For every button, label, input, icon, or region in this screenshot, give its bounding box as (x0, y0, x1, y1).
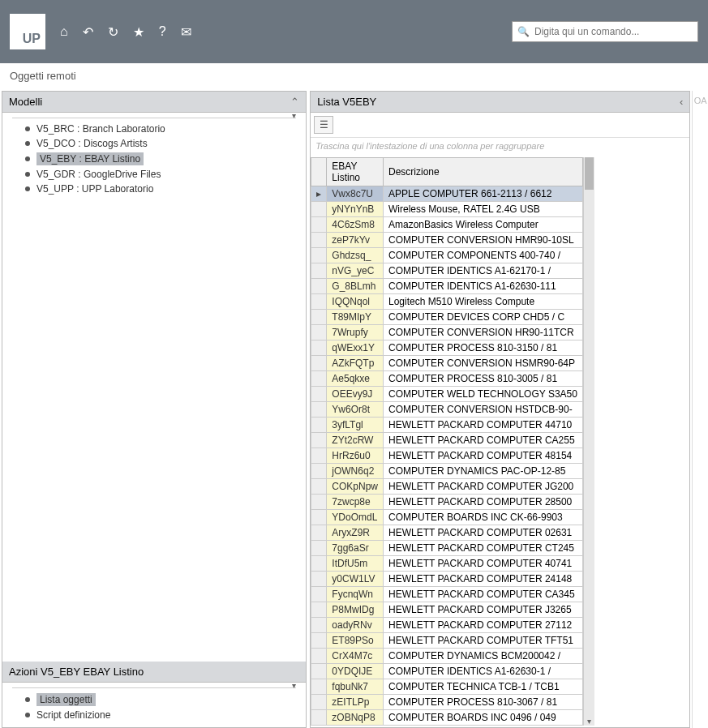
star-icon[interactable]: ★ (133, 24, 144, 40)
cell-desc[interactable]: COMPUTER BOARDS INC 0496 / 049 (383, 710, 582, 726)
cell-desc[interactable]: COMPUTER DYNAMICS BCM200042 / (383, 649, 582, 664)
cell-id[interactable]: 7zwcp8e (327, 495, 384, 510)
cell-desc[interactable]: HEWLETT PACKARD COMPUTER TFT51 (383, 633, 582, 649)
table-row[interactable]: zEITLPpCOMPUTER PROCESS 810-3067 / 81 (311, 695, 583, 710)
cell-id[interactable]: zEITLPp (327, 695, 384, 710)
cell-desc[interactable]: COMPUTER IDENTICS A1-62630-1 / (383, 664, 582, 679)
cell-desc[interactable]: COMPUTER PROCESS 810-3067 / 81 (383, 695, 582, 710)
table-row[interactable]: G_8BLmhCOMPUTER IDENTICS A1-62630-111 (311, 279, 583, 294)
cell-desc[interactable]: COMPUTER CONVERSION HSMR90-64P (383, 356, 582, 371)
table-row[interactable]: 7zwcp8eHEWLETT PACKARD COMPUTER 28500 (311, 495, 583, 510)
azioni-item[interactable]: Lista oggetti (2, 692, 306, 708)
cell-id[interactable]: Vwx8c7U (327, 186, 384, 202)
cell-id[interactable]: T89MIpY (327, 310, 384, 325)
cell-desc[interactable]: HEWLETT PACKARD COMPUTER 24148 (383, 572, 582, 587)
command-input[interactable] (534, 26, 693, 37)
cell-desc[interactable]: COMPUTER CONVERSION HMR90-10SL (383, 233, 582, 248)
cell-desc[interactable]: COMPUTER CONVERSION HSTDCB-90- (383, 402, 582, 418)
cell-desc[interactable]: Wireless Mouse, RATEL 2.4G USB (383, 202, 582, 217)
cell-id[interactable]: COKpNpw (327, 479, 384, 495)
table-row[interactable]: P8MwIDgHEWLETT PACKARD COMPUTER J3265 (311, 602, 583, 618)
cell-id[interactable]: YDoOmdL (327, 510, 384, 525)
cell-desc[interactable]: HEWLETT PACKARD COMPUTER 27112 (383, 618, 582, 633)
cell-desc[interactable]: HEWLETT PACKARD COMPUTER 44710 (383, 418, 582, 433)
cell-id[interactable]: jOWN6q2 (327, 464, 384, 479)
cell-id[interactable]: AryxZ9R (327, 525, 384, 541)
cell-id[interactable]: CrX4M7c (327, 649, 384, 664)
table-row[interactable]: ▸Vwx8c7UAPPLE COMPUTER 661-2113 / 6612 (311, 186, 583, 202)
col-header-desc[interactable]: Descrizione (383, 158, 582, 186)
table-row[interactable]: 0YDQIJECOMPUTER IDENTICS A1-62630-1 / (311, 664, 583, 679)
table-row[interactable]: Ae5qkxeCOMPUTER PROCESS 810-3005 / 81 (311, 371, 583, 387)
table-row[interactable]: 3yfLTglHEWLETT PACKARD COMPUTER 44710 (311, 418, 583, 433)
cell-desc[interactable]: HEWLETT PACKARD COMPUTER 02631 (383, 525, 582, 541)
cell-desc[interactable]: COMPUTER PROCESS 810-3150 / 81 (383, 340, 582, 356)
cell-id[interactable]: AZkFQTp (327, 356, 384, 371)
cell-desc[interactable]: COMPUTER BOARDS INC CK-66-9903 (383, 510, 582, 525)
cell-desc[interactable]: AmazonBasics Wireless Computer (383, 217, 582, 233)
cell-desc[interactable]: HEWLETT PACKARD COMPUTER JG200 (383, 479, 582, 495)
collapse-right-icon[interactable]: ‹ (680, 96, 683, 108)
cell-id[interactable]: nVG_yeC (327, 263, 384, 279)
scroll-thumb[interactable] (585, 157, 594, 190)
table-row[interactable]: yNYnYnBWireless Mouse, RATEL 2.4G USB (311, 202, 583, 217)
cell-desc[interactable]: Logitech M510 Wireless Compute (383, 294, 582, 310)
cell-id[interactable]: qWExx1Y (327, 340, 384, 356)
collapsed-panel[interactable]: OA (692, 91, 708, 728)
modelli-item[interactable]: V5_GDR : GoogleDrive Files (2, 167, 306, 182)
cell-id[interactable]: y0CW1LV (327, 572, 384, 587)
data-grid[interactable]: EBAY Listino Descrizione ▸Vwx8c7UAPPLE C… (311, 157, 583, 726)
cell-id[interactable]: IQQNqol (327, 294, 384, 310)
table-row[interactable]: ET89PSoHEWLETT PACKARD COMPUTER TFT51 (311, 633, 583, 649)
table-row[interactable]: AZkFQTpCOMPUTER CONVERSION HSMR90-64P (311, 356, 583, 371)
cell-id[interactable]: G_8BLmh (327, 279, 384, 294)
home-icon[interactable]: ⌂ (60, 24, 68, 40)
cell-desc[interactable]: HEWLETT PACKARD COMPUTER CT245 (383, 541, 582, 556)
cell-desc[interactable]: COMPUTER COMPONENTS 400-740 / (383, 248, 582, 263)
table-row[interactable]: HrRz6u0HEWLETT PACKARD COMPUTER 48154 (311, 448, 583, 464)
table-row[interactable]: ItDfU5mHEWLETT PACKARD COMPUTER 40741 (311, 556, 583, 572)
table-row[interactable]: 7gg6aSrHEWLETT PACKARD COMPUTER CT245 (311, 541, 583, 556)
table-row[interactable]: ZYt2cRWHEWLETT PACKARD COMPUTER CA255 (311, 433, 583, 448)
cell-desc[interactable]: HEWLETT PACKARD COMPUTER CA255 (383, 433, 582, 448)
cell-id[interactable]: zeP7kYv (327, 233, 384, 248)
collapse-icon[interactable]: ⌃ (290, 96, 299, 108)
table-row[interactable]: zOBNqP8COMPUTER BOARDS INC 0496 / 049 (311, 710, 583, 726)
table-row[interactable]: Ghdzsq_COMPUTER COMPONENTS 400-740 / (311, 248, 583, 263)
cell-desc[interactable]: COMPUTER PROCESS 810-3005 / 81 (383, 371, 582, 387)
cell-desc[interactable]: COMPUTER WELD TECHNOLOGY S3A50 (383, 387, 582, 402)
table-row[interactable]: YDoOmdLCOMPUTER BOARDS INC CK-66-9903 (311, 510, 583, 525)
mail-icon[interactable]: ✉ (181, 24, 191, 40)
table-row[interactable]: 7WrupfyCOMPUTER CONVERSION HR90-11TCR (311, 325, 583, 340)
cell-id[interactable]: ET89PSo (327, 633, 384, 649)
list-view-icon[interactable]: ☰ (314, 116, 333, 134)
cell-id[interactable]: ZYt2cRW (327, 433, 384, 448)
table-row[interactable]: fqbuNk7COMPUTER TECHNICA TCB-1 / TCB1 (311, 679, 583, 695)
cell-desc[interactable]: HEWLETT PACKARD COMPUTER 40741 (383, 556, 582, 572)
undo-icon[interactable]: ↶ (83, 24, 93, 40)
vertical-scrollbar[interactable]: ▴ ▾ (583, 157, 594, 726)
cell-desc[interactable]: COMPUTER IDENTICS A1-62170-1 / (383, 263, 582, 279)
cell-id[interactable]: oadyRNv (327, 618, 384, 633)
azioni-item[interactable]: Script definizione (2, 708, 306, 722)
cell-id[interactable]: ItDfU5m (327, 556, 384, 572)
cell-id[interactable]: FycnqWn (327, 587, 384, 602)
table-row[interactable]: OEEvy9JCOMPUTER WELD TECHNOLOGY S3A50 (311, 387, 583, 402)
table-row[interactable]: oadyRNvHEWLETT PACKARD COMPUTER 27112 (311, 618, 583, 633)
table-row[interactable]: nVG_yeCCOMPUTER IDENTICS A1-62170-1 / (311, 263, 583, 279)
table-row[interactable]: CrX4M7cCOMPUTER DYNAMICS BCM200042 / (311, 649, 583, 664)
redo-icon[interactable]: ↻ (108, 24, 118, 40)
table-row[interactable]: zeP7kYvCOMPUTER CONVERSION HMR90-10SL (311, 233, 583, 248)
table-row[interactable]: IQQNqolLogitech M510 Wireless Compute (311, 294, 583, 310)
cell-desc[interactable]: HEWLETT PACKARD COMPUTER CA345 (383, 587, 582, 602)
cell-id[interactable]: 7gg6aSr (327, 541, 384, 556)
table-row[interactable]: FycnqWnHEWLETT PACKARD COMPUTER CA345 (311, 587, 583, 602)
scroll-down-icon[interactable]: ▾ (584, 717, 594, 726)
table-row[interactable]: y0CW1LVHEWLETT PACKARD COMPUTER 24148 (311, 572, 583, 587)
cell-id[interactable]: Ae5qkxe (327, 371, 384, 387)
cell-desc[interactable]: COMPUTER DEVICES CORP CHD5 / C (383, 310, 582, 325)
table-row[interactable]: Yw6Or8tCOMPUTER CONVERSION HSTDCB-90- (311, 402, 583, 418)
cell-desc[interactable]: COMPUTER IDENTICS A1-62630-111 (383, 279, 582, 294)
cell-id[interactable]: 0YDQIJE (327, 664, 384, 679)
cell-desc[interactable]: HEWLETT PACKARD COMPUTER J3265 (383, 602, 582, 618)
